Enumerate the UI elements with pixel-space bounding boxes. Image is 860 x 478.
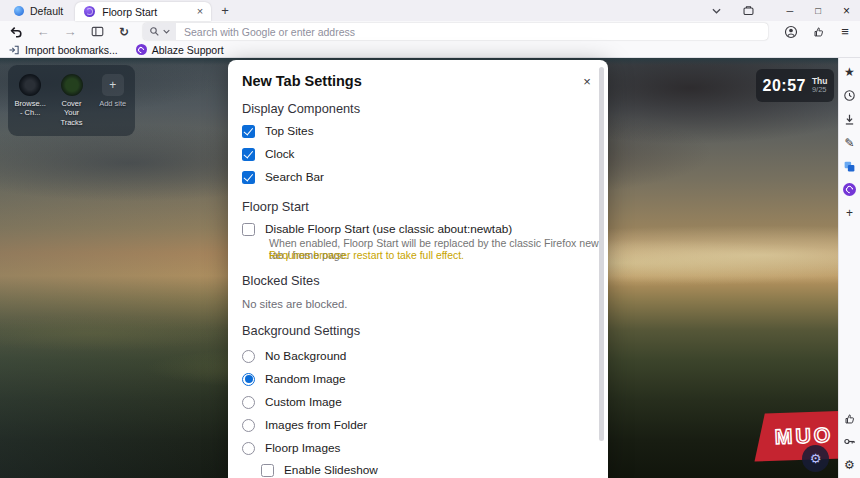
radio-unselected[interactable] bbox=[242, 396, 255, 409]
new-tab-settings-dialog: New Tab Settings × Display Components To… bbox=[228, 60, 608, 478]
translate-panel-icon[interactable] bbox=[842, 158, 858, 174]
reload-button[interactable]: ↻ bbox=[116, 24, 132, 40]
gear-icon: ⚙ bbox=[810, 452, 822, 465]
tab-floorp-start[interactable]: Floorp Start × bbox=[75, 2, 211, 21]
tabbar-right-controls: ─ □ × bbox=[709, 3, 860, 19]
plus-icon: + bbox=[102, 74, 124, 96]
restart-warning: Requires browser restart to take full ef… bbox=[269, 250, 599, 261]
radio-images-from-folder[interactable]: Images from Folder bbox=[242, 417, 367, 433]
back-button[interactable]: ← bbox=[35, 24, 51, 40]
checkbox-enable-slideshow[interactable]: Enable Slideshow bbox=[261, 462, 378, 478]
forward-button[interactable]: → bbox=[62, 24, 78, 40]
site-favicon bbox=[19, 74, 41, 96]
section-heading-display: Display Components bbox=[242, 101, 360, 116]
clock-date: 9/25 bbox=[812, 86, 828, 94]
bookmark-label: Ablaze Support bbox=[152, 44, 224, 56]
ablaze-panel-icon[interactable] bbox=[842, 182, 858, 198]
browser-window: Default Floorp Start × + ─ □ × ← bbox=[0, 0, 860, 478]
window-controls: ─ □ × bbox=[787, 4, 851, 18]
sidebar-settings-gear-icon[interactable]: ⚙ bbox=[842, 457, 858, 473]
thumbs-up-icon[interactable] bbox=[810, 24, 826, 40]
section-heading-blocked-sites: Blocked Sites bbox=[242, 273, 320, 288]
navigation-bar: ← → ↻ Search with Google or enter addres… bbox=[0, 21, 860, 42]
workspace-selector[interactable]: Default bbox=[6, 0, 75, 21]
workspace-label: Default bbox=[30, 5, 63, 17]
add-site-tile[interactable]: + Add site bbox=[94, 74, 132, 136]
site-favicon bbox=[61, 74, 83, 96]
chevron-down-icon bbox=[163, 29, 170, 34]
radio-custom-image[interactable]: Custom Image bbox=[242, 394, 342, 410]
url-bar[interactable]: Search with Google or enter address bbox=[143, 23, 768, 40]
thumbs-up-icon[interactable] bbox=[842, 410, 858, 426]
bookmarks-bar: Import bookmarks... Ablaze Support bbox=[0, 42, 860, 58]
dialog-title: New Tab Settings bbox=[242, 73, 362, 89]
list-all-tabs-icon[interactable] bbox=[709, 3, 725, 19]
workspace-icon bbox=[14, 6, 24, 16]
key-icon[interactable] bbox=[842, 434, 858, 450]
add-panel-icon[interactable]: + bbox=[842, 205, 858, 221]
page-content: Browse...- Ch... CoverYourTracks + Add s… bbox=[0, 58, 860, 478]
clock-widget: 20:57 Thu 9/25 bbox=[756, 69, 834, 102]
bookmarks-star-icon[interactable]: ★ bbox=[842, 64, 858, 80]
top-sites-panel: Browse...- Ch... CoverYourTracks + Add s… bbox=[8, 65, 135, 136]
radio-no-background[interactable]: No Background bbox=[242, 348, 346, 364]
radio-unselected[interactable] bbox=[242, 350, 255, 363]
checkbox-disable-floorp-start[interactable]: Disable Floorp Start (use classic about:… bbox=[242, 221, 512, 237]
notes-pencil-icon[interactable]: ✎ bbox=[842, 135, 858, 151]
dialog-close-icon[interactable]: × bbox=[578, 72, 596, 90]
maximize-button[interactable]: □ bbox=[815, 5, 821, 16]
checkbox-search-bar[interactable]: Search Bar bbox=[242, 169, 324, 185]
radio-unselected[interactable] bbox=[242, 419, 255, 432]
url-placeholder: Search with Google or enter address bbox=[176, 26, 355, 38]
downloads-icon[interactable] bbox=[842, 111, 858, 127]
checkbox-checked[interactable] bbox=[242, 148, 255, 161]
top-site-tile[interactable]: CoverYourTracks bbox=[53, 74, 91, 136]
checkbox-unchecked[interactable] bbox=[261, 464, 274, 477]
briefcase-icon[interactable] bbox=[741, 3, 757, 19]
search-icon bbox=[149, 26, 160, 37]
import-bookmarks-item[interactable]: Import bookmarks... bbox=[8, 44, 118, 56]
tile-label: Browse...- Ch... bbox=[15, 99, 46, 118]
tab-title: Floorp Start bbox=[102, 6, 190, 18]
muo-text: MUO bbox=[774, 423, 833, 449]
section-heading-floorp-start: Floorp Start bbox=[242, 199, 309, 214]
tab-bar: Default Floorp Start × + ─ □ × bbox=[0, 0, 860, 21]
tile-label: CoverYourTracks bbox=[60, 99, 82, 127]
radio-selected[interactable] bbox=[242, 373, 255, 386]
bookmark-label: Import bookmarks... bbox=[25, 44, 118, 56]
menu-icon[interactable]: ≡ bbox=[837, 24, 853, 40]
undo-close-tab-icon[interactable] bbox=[8, 24, 24, 40]
radio-floorp-images[interactable]: Floorp Images bbox=[242, 440, 340, 456]
checkbox-checked[interactable] bbox=[242, 171, 255, 184]
account-icon[interactable] bbox=[783, 24, 799, 40]
top-site-tile[interactable]: Browse...- Ch... bbox=[11, 74, 49, 136]
browser-manager-sidebar: ★ ✎ + ⚙ bbox=[838, 58, 860, 478]
blocked-sites-empty-text: No sites are blocked. bbox=[242, 298, 348, 310]
new-tab-button[interactable]: + bbox=[211, 3, 239, 18]
ablaze-support-item[interactable]: Ablaze Support bbox=[136, 44, 224, 56]
dialog-scrollbar[interactable] bbox=[599, 67, 604, 441]
sidebar-toggle-icon[interactable] bbox=[89, 24, 105, 40]
checkbox-top-sites[interactable]: Top Sites bbox=[242, 123, 314, 139]
import-icon bbox=[8, 44, 20, 56]
minimize-button[interactable]: ─ bbox=[787, 5, 794, 16]
tile-label: Add site bbox=[99, 99, 126, 108]
checkbox-checked[interactable] bbox=[242, 125, 255, 138]
radio-unselected[interactable] bbox=[242, 442, 255, 455]
radio-random-image[interactable]: Random Image bbox=[242, 371, 346, 387]
search-engine-chip[interactable] bbox=[143, 23, 176, 40]
tab-close-icon[interactable]: × bbox=[197, 6, 203, 17]
section-heading-background: Background Settings bbox=[242, 323, 360, 338]
floorp-favicon bbox=[84, 6, 95, 17]
page-settings-button[interactable]: ⚙ bbox=[802, 445, 829, 472]
ablaze-icon bbox=[136, 44, 147, 55]
checkbox-clock[interactable]: Clock bbox=[242, 146, 295, 162]
clock-time: 20:57 bbox=[763, 77, 806, 95]
checkbox-unchecked[interactable] bbox=[242, 223, 255, 236]
history-clock-icon[interactable] bbox=[842, 88, 858, 104]
close-window-button[interactable]: × bbox=[843, 4, 850, 18]
